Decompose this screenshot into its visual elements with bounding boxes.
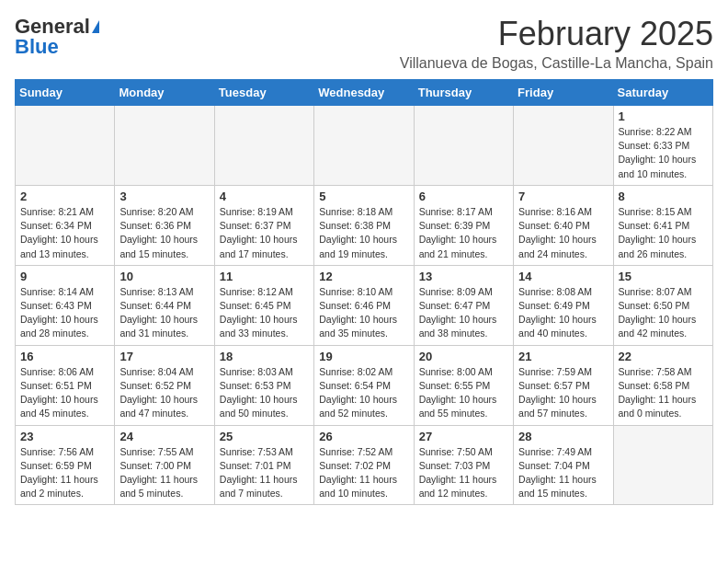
day-number: 11 [220, 270, 309, 283]
calendar-table: SundayMondayTuesdayWednesdayThursdayFrid… [15, 79, 713, 505]
day-number: 3 [119, 190, 209, 203]
weekday-header-sunday: Sunday [16, 80, 115, 106]
month-title: February 2025 [400, 15, 713, 53]
calendar-day-cell: 13Sunrise: 8:09 AMSunset: 6:47 PMDayligh… [414, 265, 513, 345]
day-info: Sunrise: 7:53 AMSunset: 7:01 PMDaylight:… [220, 446, 298, 500]
day-number: 22 [619, 350, 708, 363]
title-block: February 2025 Villanueva de Bogas, Casti… [400, 15, 713, 72]
calendar-day-cell: 5Sunrise: 8:18 AMSunset: 6:38 PMDaylight… [314, 185, 414, 265]
day-info: Sunrise: 8:00 AMSunset: 6:55 PMDaylight:… [419, 366, 497, 419]
calendar-day-cell: 28Sunrise: 7:49 AMSunset: 7:04 PMDayligh… [514, 425, 613, 505]
logo-triangle-icon [92, 20, 99, 33]
day-info: Sunrise: 7:58 AMSunset: 6:58 PMDaylight:… [619, 366, 697, 419]
day-info: Sunrise: 8:12 AMSunset: 6:45 PMDaylight:… [220, 286, 298, 339]
calendar-day-cell: 21Sunrise: 7:59 AMSunset: 6:57 PMDayligh… [514, 345, 613, 425]
calendar-day-cell [214, 106, 313, 186]
day-number: 21 [518, 350, 608, 363]
day-number: 24 [119, 430, 209, 443]
day-info: Sunrise: 8:17 AMSunset: 6:39 PMDaylight:… [419, 206, 497, 259]
calendar-day-cell: 19Sunrise: 8:02 AMSunset: 6:54 PMDayligh… [314, 345, 414, 425]
day-info: Sunrise: 8:10 AMSunset: 6:46 PMDaylight:… [319, 286, 397, 339]
day-info: Sunrise: 7:55 AMSunset: 7:00 PMDaylight:… [119, 446, 198, 500]
day-number: 16 [20, 350, 109, 363]
weekday-header-thursday: Thursday [414, 80, 513, 106]
day-number: 17 [119, 350, 209, 363]
weekday-header-wednesday: Wednesday [314, 80, 414, 106]
day-number: 2 [20, 190, 109, 203]
day-info: Sunrise: 8:02 AMSunset: 6:54 PMDaylight:… [319, 366, 397, 419]
day-info: Sunrise: 8:19 AMSunset: 6:37 PMDaylight:… [220, 206, 298, 259]
calendar-day-cell [514, 106, 613, 186]
calendar-day-cell: 8Sunrise: 8:15 AMSunset: 6:41 PMDaylight… [613, 185, 712, 265]
calendar-day-cell: 9Sunrise: 8:14 AMSunset: 6:43 PMDaylight… [16, 265, 115, 345]
calendar-day-cell [16, 106, 115, 186]
calendar-day-cell: 27Sunrise: 7:50 AMSunset: 7:03 PMDayligh… [414, 425, 513, 505]
day-info: Sunrise: 7:52 AMSunset: 7:02 PMDaylight:… [319, 446, 397, 500]
day-number: 12 [319, 270, 408, 283]
day-info: Sunrise: 7:59 AMSunset: 6:57 PMDaylight:… [518, 366, 597, 419]
logo: General Blue [15, 15, 99, 59]
calendar-week-row: 2Sunrise: 8:21 AMSunset: 6:34 PMDaylight… [16, 185, 713, 265]
calendar-week-row: 1Sunrise: 8:22 AMSunset: 6:33 PMDaylight… [16, 106, 713, 186]
calendar-day-cell: 24Sunrise: 7:55 AMSunset: 7:00 PMDayligh… [115, 425, 214, 505]
day-number: 18 [220, 350, 309, 363]
day-number: 27 [419, 430, 508, 443]
calendar-day-cell [314, 106, 414, 186]
day-info: Sunrise: 8:20 AMSunset: 6:36 PMDaylight:… [119, 206, 198, 259]
day-number: 19 [319, 350, 408, 363]
calendar-week-row: 16Sunrise: 8:06 AMSunset: 6:51 PMDayligh… [16, 345, 713, 425]
day-number: 10 [119, 270, 209, 283]
calendar-day-cell: 20Sunrise: 8:00 AMSunset: 6:55 PMDayligh… [414, 345, 513, 425]
calendar-day-cell: 4Sunrise: 8:19 AMSunset: 6:37 PMDaylight… [214, 185, 313, 265]
day-info: Sunrise: 8:16 AMSunset: 6:40 PMDaylight:… [518, 206, 597, 259]
calendar-day-cell: 15Sunrise: 8:07 AMSunset: 6:50 PMDayligh… [613, 265, 712, 345]
day-info: Sunrise: 8:15 AMSunset: 6:41 PMDaylight:… [619, 206, 697, 259]
day-number: 25 [220, 430, 309, 443]
calendar-day-cell: 14Sunrise: 8:08 AMSunset: 6:49 PMDayligh… [514, 265, 613, 345]
calendar-day-cell: 25Sunrise: 7:53 AMSunset: 7:01 PMDayligh… [214, 425, 313, 505]
day-info: Sunrise: 8:06 AMSunset: 6:51 PMDaylight:… [20, 366, 98, 419]
day-number: 4 [220, 190, 309, 203]
calendar-header-row: SundayMondayTuesdayWednesdayThursdayFrid… [16, 80, 713, 106]
page-header: General Blue February 2025 Villanueva de… [15, 15, 713, 72]
day-info: Sunrise: 8:04 AMSunset: 6:52 PMDaylight:… [119, 366, 198, 419]
day-info: Sunrise: 8:13 AMSunset: 6:44 PMDaylight:… [119, 286, 198, 339]
calendar-day-cell: 18Sunrise: 8:03 AMSunset: 6:53 PMDayligh… [214, 345, 313, 425]
weekday-header-monday: Monday [115, 80, 214, 106]
calendar-day-cell [613, 425, 712, 505]
calendar-day-cell: 16Sunrise: 8:06 AMSunset: 6:51 PMDayligh… [16, 345, 115, 425]
day-number: 14 [518, 270, 608, 283]
calendar-day-cell: 23Sunrise: 7:56 AMSunset: 6:59 PMDayligh… [16, 425, 115, 505]
calendar-day-cell: 10Sunrise: 8:13 AMSunset: 6:44 PMDayligh… [115, 265, 214, 345]
day-number: 5 [319, 190, 408, 203]
calendar-day-cell: 7Sunrise: 8:16 AMSunset: 6:40 PMDaylight… [514, 185, 613, 265]
day-info: Sunrise: 7:56 AMSunset: 6:59 PMDaylight:… [20, 446, 98, 500]
weekday-header-friday: Friday [514, 80, 613, 106]
calendar-day-cell: 12Sunrise: 8:10 AMSunset: 6:46 PMDayligh… [314, 265, 414, 345]
calendar-day-cell: 22Sunrise: 7:58 AMSunset: 6:58 PMDayligh… [613, 345, 712, 425]
calendar-day-cell: 3Sunrise: 8:20 AMSunset: 6:36 PMDaylight… [115, 185, 214, 265]
day-number: 23 [20, 430, 109, 443]
day-info: Sunrise: 8:21 AMSunset: 6:34 PMDaylight:… [20, 206, 98, 259]
calendar-day-cell: 26Sunrise: 7:52 AMSunset: 7:02 PMDayligh… [314, 425, 414, 505]
day-number: 13 [419, 270, 508, 283]
day-number: 28 [518, 430, 608, 443]
day-info: Sunrise: 8:03 AMSunset: 6:53 PMDaylight:… [220, 366, 298, 419]
calendar-day-cell [115, 106, 214, 186]
day-number: 15 [619, 270, 708, 283]
day-info: Sunrise: 7:50 AMSunset: 7:03 PMDaylight:… [419, 446, 497, 500]
logo-blue-text: Blue [15, 35, 59, 59]
calendar-week-row: 23Sunrise: 7:56 AMSunset: 6:59 PMDayligh… [16, 425, 713, 505]
day-number: 8 [619, 190, 708, 203]
calendar-day-cell: 17Sunrise: 8:04 AMSunset: 6:52 PMDayligh… [115, 345, 214, 425]
calendar-day-cell: 1Sunrise: 8:22 AMSunset: 6:33 PMDaylight… [613, 106, 712, 186]
day-info: Sunrise: 8:14 AMSunset: 6:43 PMDaylight:… [20, 286, 98, 339]
calendar-day-cell: 2Sunrise: 8:21 AMSunset: 6:34 PMDaylight… [16, 185, 115, 265]
day-info: Sunrise: 7:49 AMSunset: 7:04 PMDaylight:… [518, 446, 597, 500]
day-info: Sunrise: 8:07 AMSunset: 6:50 PMDaylight:… [619, 286, 697, 339]
day-number: 1 [619, 109, 708, 123]
calendar-day-cell [414, 106, 513, 186]
calendar-week-row: 9Sunrise: 8:14 AMSunset: 6:43 PMDaylight… [16, 265, 713, 345]
day-number: 20 [419, 350, 508, 363]
day-number: 6 [419, 190, 508, 203]
